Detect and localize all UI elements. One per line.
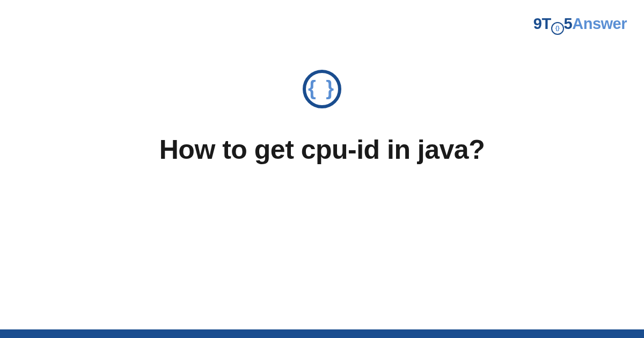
braces-circle-icon: {} bbox=[551, 22, 564, 35]
main-content: { } How to get cpu-id in java? bbox=[0, 70, 644, 165]
category-icon: { } bbox=[303, 70, 341, 108]
brand-5: 5 bbox=[564, 15, 573, 32]
brand-logo: 9T{}5Answer bbox=[533, 15, 627, 34]
brand-answer: Answer bbox=[572, 15, 627, 32]
braces-icon: { } bbox=[308, 78, 336, 98]
footer-accent-bar bbox=[0, 329, 644, 338]
brand-9t: 9T bbox=[533, 15, 551, 32]
page-title: How to get cpu-id in java? bbox=[138, 134, 506, 165]
brand-o-icon: {} bbox=[551, 22, 564, 35]
